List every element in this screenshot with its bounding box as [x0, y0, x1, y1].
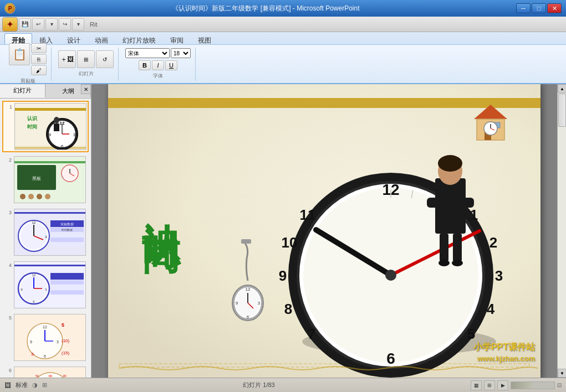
- close-panel-button[interactable]: ✕: [81, 84, 91, 94]
- slide-layout-button[interactable]: ⊞: [77, 50, 95, 68]
- ribbon-group-font: 宋体 18 B I U 字体: [121, 48, 196, 81]
- clipboard-buttons: 📋 ✂ ⎘ 🖌: [9, 43, 47, 75]
- tab-view[interactable]: 视图: [191, 33, 218, 44]
- svg-text:7: 7: [308, 326, 315, 342]
- svg-text:9: 9: [279, 267, 287, 284]
- font-style-buttons: B I U: [139, 60, 177, 70]
- svg-text:9: 9: [236, 301, 238, 306]
- svg-text:9: 9: [49, 133, 51, 137]
- zoom-fit-button[interactable]: ⊡: [557, 382, 562, 388]
- minimize-button[interactable]: ─: [516, 3, 531, 13]
- slide-item-1[interactable]: 1 12 3 6 9: [2, 101, 89, 152]
- slide-item-3[interactable]: 3 12 3: [2, 207, 89, 257]
- quick-access-toolbar: ✦ 💾 ↩ ▾ ↪ ▾ Rit: [0, 17, 566, 32]
- app-window: P 《认识时间》新版二年级数学 [兼容模式] - Microsoft Power…: [0, 0, 566, 392]
- format-painter-button[interactable]: 🖌: [31, 65, 47, 75]
- italic-button[interactable]: I: [152, 60, 164, 70]
- svg-text:3-: 3-: [31, 352, 35, 357]
- tab-home[interactable]: 开始: [4, 33, 32, 44]
- svg-text:12: 12: [43, 325, 47, 329]
- cut-button[interactable]: ✂: [31, 43, 47, 53]
- title-bar: P 《认识时间》新版二年级数学 [兼容模式] - Microsoft Power…: [0, 0, 566, 17]
- quick-access-more[interactable]: ▾: [72, 18, 84, 30]
- svg-point-21: [37, 194, 42, 199]
- svg-text:6: 6: [386, 350, 395, 367]
- office-button[interactable]: ✦: [2, 17, 18, 32]
- svg-rect-40: [50, 243, 84, 247]
- copy-button[interactable]: ⎘: [31, 54, 47, 64]
- work-area: 幻灯片 大纲 ✕ 1 1: [0, 84, 566, 378]
- undo-button[interactable]: ↩: [32, 18, 44, 30]
- svg-text:50: 50: [35, 374, 39, 378]
- svg-point-13: [54, 117, 59, 123]
- svg-text:1: 1: [470, 207, 478, 223]
- right-scrollbar: ▲ ▼: [557, 84, 566, 378]
- svg-text:实验数据: 实验数据: [60, 222, 74, 226]
- scroll-up-button[interactable]: ▲: [558, 84, 566, 93]
- svg-rect-90: [108, 98, 540, 108]
- slide-item-4[interactable]: 4 12 3 6 9: [2, 260, 89, 310]
- svg-rect-16: [14, 161, 86, 163]
- zoom-slider[interactable]: [511, 381, 555, 389]
- svg-text:11: 11: [300, 207, 316, 223]
- svg-point-124: [452, 260, 463, 266]
- svg-rect-55: [50, 290, 84, 295]
- svg-rect-53: [50, 280, 84, 285]
- paste-button[interactable]: 📋: [9, 43, 30, 65]
- slide-svg: 认识时间 12 1 2 3 4 5: [108, 84, 540, 378]
- svg-text:6: 6: [44, 354, 46, 358]
- slide-item-5[interactable]: 5 12 3 6 9: [2, 312, 89, 363]
- redo-button[interactable]: ↪: [59, 18, 71, 30]
- slide-thumb-3: 12 3 实验数据 时间数据: [14, 209, 86, 256]
- slide-thumb-6: 60 5 10 15 20 25 30 55 12 3 6 9: [14, 367, 86, 378]
- svg-text:9: 9: [30, 340, 32, 344]
- status-bar-right: ▦ ⊞ ▶ ⊡: [471, 380, 562, 390]
- save-button[interactable]: 💾: [19, 18, 31, 30]
- tab-design[interactable]: 设计: [60, 33, 88, 44]
- svg-point-119: [438, 155, 462, 172]
- slide-sorter-button[interactable]: ⊞: [484, 380, 495, 390]
- undo-dropdown[interactable]: ▾: [45, 18, 58, 30]
- slide-buttons: ＋🖼 ⊞ ↺: [58, 50, 114, 68]
- bold-button[interactable]: B: [139, 60, 151, 70]
- underline-button[interactable]: U: [165, 60, 177, 70]
- tab-review[interactable]: 审阅: [163, 33, 191, 44]
- font-family-select[interactable]: 宋体: [125, 48, 170, 58]
- maximize-button[interactable]: □: [532, 3, 546, 13]
- close-button[interactable]: ✕: [547, 3, 562, 13]
- scroll-thumb[interactable]: [558, 94, 566, 127]
- svg-text:5: 5: [62, 322, 64, 328]
- tab-insert[interactable]: 插入: [32, 33, 60, 44]
- svg-text:3: 3: [73, 133, 75, 137]
- svg-rect-39: [50, 238, 84, 242]
- slide-item-6[interactable]: 6 60 5 10 15 20 2: [2, 365, 89, 378]
- slideshow-button[interactable]: ▶: [497, 380, 508, 390]
- svg-rect-28: [14, 212, 86, 214]
- tab-slideshow[interactable]: 幻灯片放映: [115, 33, 163, 44]
- scroll-down-button[interactable]: ▼: [558, 369, 566, 378]
- svg-text:2: 2: [489, 234, 497, 251]
- svg-text:时间: 时间: [27, 124, 37, 130]
- status-bar: 🖼 标准 ◑ ⊞ 幻灯片 1/83 ▦ ⊞ ▶ ⊡: [0, 378, 566, 392]
- svg-rect-121: [440, 234, 448, 261]
- svg-rect-120: [427, 198, 474, 208]
- view-indicator: ◑: [32, 381, 38, 389]
- svg-rect-43: [14, 265, 86, 266]
- slide-item-2[interactable]: 2 黑板: [2, 154, 89, 205]
- title-bar-controls: ─ □ ✕: [516, 3, 562, 13]
- svg-text:8: 8: [284, 301, 292, 317]
- tab-slides[interactable]: 幻灯片: [0, 84, 45, 98]
- scroll-track[interactable]: [558, 93, 566, 369]
- new-slide-button[interactable]: ＋🖼: [58, 50, 76, 68]
- svg-rect-14: [54, 123, 59, 131]
- svg-rect-52: [50, 273, 84, 280]
- svg-text:80: 80: [63, 374, 67, 378]
- tab-animation[interactable]: 动画: [88, 33, 115, 44]
- slide-num-4: 4: [4, 261, 12, 268]
- font-size-select[interactable]: 18: [171, 48, 191, 58]
- svg-rect-2: [15, 147, 86, 149]
- svg-point-112: [385, 270, 396, 281]
- reset-slide-button[interactable]: ↺: [96, 50, 114, 68]
- svg-point-22: [45, 194, 50, 199]
- normal-view-button[interactable]: ▦: [471, 380, 482, 390]
